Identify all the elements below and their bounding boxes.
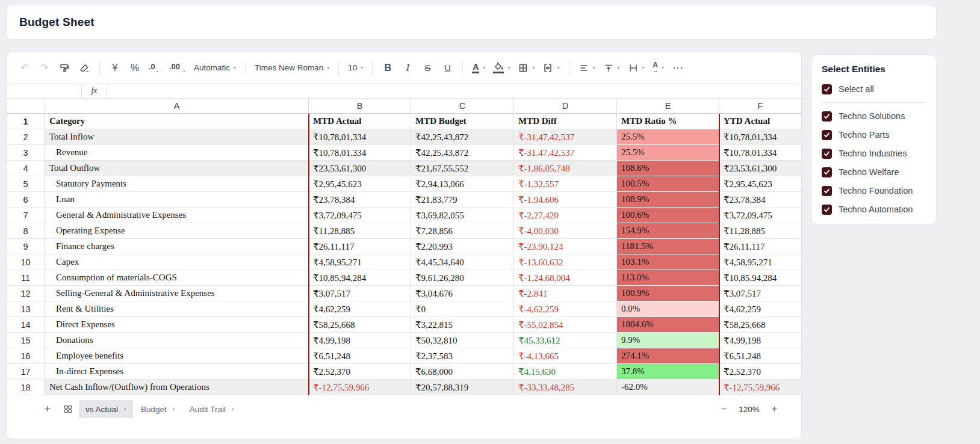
column-header-d[interactable]: D xyxy=(514,99,617,113)
cell-mtd-diff[interactable]: ₹-33,33,48,285 xyxy=(514,380,617,395)
entity-row[interactable]: Techno Foundation xyxy=(822,184,926,197)
cell[interactable]: MTD Budget xyxy=(411,114,514,129)
row-header[interactable]: 5 xyxy=(7,176,45,192)
column-header-f[interactable]: F xyxy=(719,99,801,113)
cell-ytd-actual[interactable]: ₹10,78,01,334 xyxy=(719,129,801,145)
cell-mtd-actual[interactable]: ₹23,53,61,300 xyxy=(309,161,411,176)
sheet-tab[interactable]: Budget ▾ xyxy=(134,400,182,418)
cell-mtd-budget[interactable]: ₹42,25,43,872 xyxy=(411,145,514,161)
cell-mtd-ratio[interactable]: 274.1% xyxy=(617,348,719,364)
cell-mtd-actual[interactable]: ₹4,99,198 xyxy=(309,333,411,348)
cell-ytd-actual[interactable]: ₹4,99,198 xyxy=(719,333,801,348)
number-format-dropdown[interactable]: Automatic ▾ xyxy=(190,58,240,78)
row-header[interactable]: 1 xyxy=(7,114,45,129)
cell-mtd-diff[interactable]: ₹45,33,612 xyxy=(514,333,617,348)
cell-ytd-actual[interactable]: ₹3,72,09,475 xyxy=(719,208,801,223)
cell-mtd-ratio[interactable]: 9.9% xyxy=(617,333,719,348)
cell-mtd-actual[interactable]: ₹3,07,517 xyxy=(309,286,411,301)
cell-mtd-ratio[interactable]: 100.6% xyxy=(617,208,719,223)
cell-category[interactable]: Donations xyxy=(45,333,309,348)
cell-mtd-budget[interactable]: ₹2,20,993 xyxy=(411,239,514,254)
zoom-out-button[interactable]: − xyxy=(721,404,727,415)
cell-mtd-actual[interactable]: ₹4,58,95,271 xyxy=(309,254,411,270)
cell-mtd-actual[interactable]: ₹58,25,668 xyxy=(309,317,411,333)
cell-mtd-budget[interactable]: ₹20,57,88,319 xyxy=(411,380,514,395)
cell[interactable]: MTD Ratio % xyxy=(617,114,719,129)
cell-mtd-budget[interactable]: ₹50,32,810 xyxy=(411,333,514,348)
cell-mtd-budget[interactable]: ₹4,45,34,640 xyxy=(411,254,514,270)
cell-mtd-budget[interactable]: ₹2,94,13,066 xyxy=(411,176,514,192)
cell-mtd-actual[interactable]: ₹23,78,384 xyxy=(309,192,411,208)
cell-ytd-actual[interactable]: ₹6,51,248 xyxy=(719,348,801,364)
row-header[interactable]: 13 xyxy=(7,301,45,317)
cell-category[interactable]: Statutory Payments xyxy=(45,176,309,192)
name-box[interactable] xyxy=(7,84,82,98)
cell-mtd-diff[interactable]: ₹-1,94,606 xyxy=(514,192,617,208)
cell-mtd-actual[interactable]: ₹3,72,09,475 xyxy=(309,208,411,223)
italic-button[interactable]: I xyxy=(398,58,417,78)
checkbox-checked-icon[interactable] xyxy=(822,149,832,159)
checkbox-checked-icon[interactable] xyxy=(822,205,832,215)
cell-category[interactable]: Direct Expenses xyxy=(45,317,309,333)
cell-mtd-actual[interactable]: ₹10,85,94,284 xyxy=(309,270,411,286)
cell-mtd-actual[interactable]: ₹2,52,370 xyxy=(309,364,411,380)
cell-category[interactable]: In-direct Expenses xyxy=(45,364,309,380)
row-header[interactable]: 6 xyxy=(7,192,45,208)
checkbox-checked-icon[interactable] xyxy=(822,84,832,94)
checkbox-checked-icon[interactable] xyxy=(822,111,832,122)
row-header[interactable]: 12 xyxy=(7,286,45,301)
column-header-c[interactable]: C xyxy=(411,99,514,113)
cell-mtd-budget[interactable]: ₹7,28,856 xyxy=(411,223,514,239)
bold-button[interactable]: B xyxy=(378,58,397,78)
cell-mtd-diff[interactable]: ₹-1,86,05,748 xyxy=(514,161,617,176)
format-painter-button[interactable] xyxy=(55,58,74,78)
row-header[interactable]: 9 xyxy=(7,239,45,254)
cell-mtd-diff[interactable]: ₹-13,60,632 xyxy=(514,254,617,270)
cell-mtd-budget[interactable]: ₹2,37,583 xyxy=(411,348,514,364)
column-header-e[interactable]: E xyxy=(617,99,719,113)
sheet-tab[interactable]: vs Actual ▾ xyxy=(79,400,133,418)
cell[interactable]: MTD Actual xyxy=(309,114,411,129)
cell-ytd-actual[interactable]: ₹2,52,370 xyxy=(719,364,801,380)
currency-format-button[interactable]: ¥ xyxy=(105,58,125,78)
cell-category[interactable]: Revenue xyxy=(45,145,309,161)
redo-button[interactable]: ↷ xyxy=(35,58,54,78)
cell-mtd-ratio[interactable]: 37.8% xyxy=(617,364,719,380)
all-sheets-button[interactable] xyxy=(58,400,78,418)
cell-ytd-actual[interactable]: ₹11,28,885 xyxy=(719,223,801,239)
underline-button[interactable]: U xyxy=(438,58,457,78)
cell-ytd-actual[interactable]: ₹-12,75,59,966 xyxy=(719,380,801,395)
column-header-a[interactable]: A xyxy=(45,99,309,113)
row-header[interactable]: 3 xyxy=(7,145,45,161)
cell-category[interactable]: Selling-General & Administrative Expense… xyxy=(45,286,309,301)
row-header[interactable]: 18 xyxy=(7,380,45,395)
cell-mtd-budget[interactable]: ₹6,68,000 xyxy=(411,364,514,380)
cell-mtd-ratio[interactable]: 108.6% xyxy=(617,161,719,176)
cell-mtd-budget[interactable]: ₹3,22,815 xyxy=(411,317,514,333)
select-all-row[interactable]: Select all xyxy=(822,82,926,96)
cell-mtd-ratio[interactable]: 0.0% xyxy=(617,301,719,317)
row-header[interactable]: 15 xyxy=(7,333,45,348)
cell-mtd-diff[interactable]: ₹-2,841 xyxy=(514,286,617,301)
entity-row[interactable]: Techno Parts xyxy=(822,128,926,141)
cell-mtd-budget[interactable]: ₹3,04,676 xyxy=(411,286,514,301)
cell-mtd-diff[interactable]: ₹-4,00,030 xyxy=(514,223,617,239)
cell-mtd-budget[interactable]: ₹0 xyxy=(411,301,514,317)
cell-mtd-ratio[interactable]: 113.0% xyxy=(617,270,719,286)
cell-mtd-ratio[interactable]: 25.5% xyxy=(617,145,719,161)
cell-mtd-budget[interactable]: ₹42,25,43,872 xyxy=(411,129,514,145)
cell-ytd-actual[interactable]: ₹26,11,117 xyxy=(719,239,801,254)
cell-mtd-budget[interactable]: ₹21,83,779 xyxy=(411,192,514,208)
entity-row[interactable]: Techno Solutions xyxy=(822,109,926,123)
cell-mtd-budget[interactable]: ₹3,69,82,055 xyxy=(411,208,514,223)
cell-mtd-diff[interactable]: ₹-4,62,259 xyxy=(514,301,617,317)
row-header[interactable]: 2 xyxy=(7,129,45,145)
cell-category[interactable]: Operating Expense xyxy=(45,223,309,239)
cell-mtd-ratio[interactable]: 108.9% xyxy=(617,192,719,208)
cell-ytd-actual[interactable]: ₹4,58,95,271 xyxy=(719,254,801,270)
row-header[interactable]: 7 xyxy=(7,208,45,223)
text-color-dropdown[interactable]: A ▾ xyxy=(468,58,489,78)
font-family-dropdown[interactable]: Times New Roman ▾ xyxy=(251,58,333,78)
cell-category[interactable]: Finance charges xyxy=(45,239,309,254)
cell-mtd-ratio[interactable]: 100.5% xyxy=(617,176,719,192)
